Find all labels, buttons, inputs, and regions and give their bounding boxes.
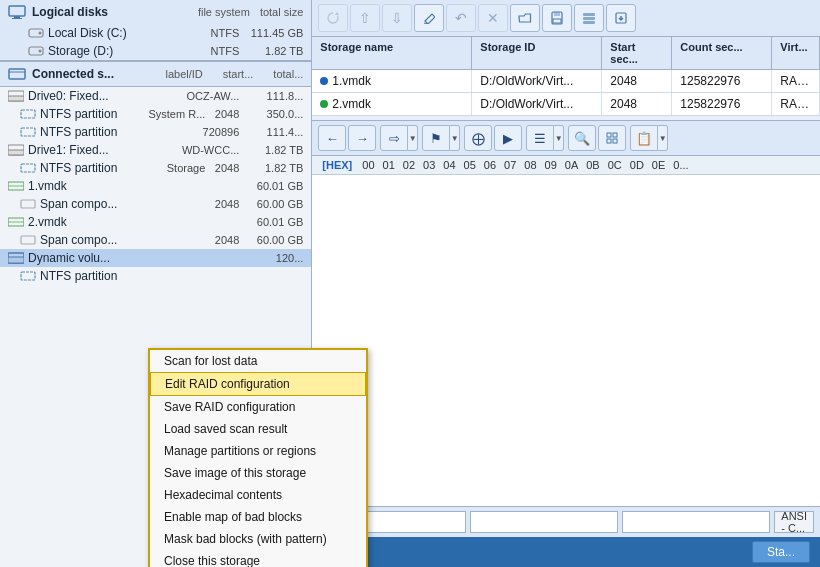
ctx-hex-contents[interactable]: Hexadecimal contents [150, 484, 366, 506]
hex-bookmark-btn-group: ⚑ ▼ [422, 125, 460, 151]
span-icon [20, 198, 36, 210]
vmdk2-size: 60.01 GB [243, 216, 303, 228]
hex-content [312, 175, 820, 506]
ctx-close-storage[interactable]: Close this storage [150, 550, 366, 567]
col-size-header: total size [260, 6, 303, 18]
hex-header: [HEX] 00 01 02 03 04 05 06 07 08 09 0A 0… [312, 156, 820, 175]
monitor-icon [8, 5, 26, 19]
hex-col-0b: 0B [582, 158, 603, 172]
svg-rect-37 [607, 139, 611, 143]
ntfs1-size: 350.0... [243, 108, 303, 120]
row2-virt: RAID alia... [772, 93, 820, 115]
hex-col-08: 08 [520, 158, 540, 172]
svg-rect-14 [8, 150, 24, 155]
row2-start: 2048 [602, 93, 672, 115]
storage-d[interactable]: Storage (D:) NTFS 1.82 TB [0, 42, 311, 60]
row2-dot [320, 100, 328, 108]
hex-list-arrow[interactable]: ▼ [554, 125, 564, 151]
svg-point-4 [39, 32, 42, 35]
status-button[interactable]: Sta... [752, 541, 810, 563]
span-comp-1[interactable]: Span compo... 2048 60.00 GB [0, 195, 311, 213]
ctx-manage-partitions[interactable]: Manage partitions or regions [150, 440, 366, 462]
tb-layers-btn[interactable] [574, 4, 604, 32]
span2-size: 60.00 GB [243, 234, 303, 246]
ntfs-storage-size: 1.82 TB [243, 162, 303, 174]
hex-jump-btn[interactable]: ⇨ [380, 125, 408, 151]
hex-bookmark-arrow[interactable]: ▼ [450, 125, 460, 151]
context-menu: Scan for lost data Edit RAID configurati… [148, 348, 368, 567]
ntfs-storage-label: NTFS partition [40, 161, 141, 175]
ntfs-storage-partition[interactable]: NTFS partition Storage 2048 1.82 TB [0, 159, 311, 177]
hex-list-btn[interactable]: ☰ [526, 125, 554, 151]
tb-cancel-btn[interactable]: ✕ [478, 4, 508, 32]
disk-icon-2 [28, 45, 44, 57]
ntfs-partition-1[interactable]: NTFS partition System R... 2048 350.0... [0, 105, 311, 123]
left-panel: Logical disks file system total size Loc… [0, 0, 312, 567]
svg-rect-30 [583, 13, 595, 16]
hex-col-06: 06 [480, 158, 500, 172]
ctx-mask-bad-blocks[interactable]: Mask bad blocks (with pattern) [150, 528, 366, 550]
tb-edit-btn[interactable] [414, 4, 444, 32]
span-comp-2[interactable]: Span compo... 2048 60.00 GB [0, 231, 311, 249]
drive1-size: 1.82 TB [243, 144, 303, 156]
drive0-sub: OCZ-AW... [179, 90, 239, 102]
hex-jump-arrow[interactable]: ▼ [408, 125, 418, 151]
ctx-scan-lost[interactable]: Scan for lost data [150, 350, 366, 372]
hex-back-btn[interactable]: ← [318, 125, 346, 151]
hex-toolbar: ← → ⇨ ▼ ⚑ ▼ ⨁ ▶ ☰ ▼ 🔍 📋 ▼ [312, 120, 820, 156]
ctx-save-raid[interactable]: Save RAID configuration [150, 396, 366, 418]
hex-goto-btn[interactable]: ⨁ [464, 125, 492, 151]
vmdk-2[interactable]: 2.vmdk 60.01 GB [0, 213, 311, 231]
table-header: Storage name Storage ID Start sec... Cou… [312, 37, 820, 70]
svg-rect-36 [613, 133, 617, 137]
ntfs-storage-start: 2048 [209, 162, 239, 174]
svg-rect-32 [583, 21, 595, 24]
tb-refresh-btn[interactable] [318, 4, 348, 32]
drive0-fixed[interactable]: Drive0: Fixed... OCZ-AW... 111.8... [0, 87, 311, 105]
ntfs-partition-2[interactable]: NTFS partition 720896 111.4... [0, 123, 311, 141]
local-disk-c[interactable]: Local Disk (C:) NTFS 111.45 GB [0, 24, 311, 42]
span1-start: 2048 [209, 198, 239, 210]
tb-save-btn[interactable] [542, 4, 572, 32]
dynamic-size: 120... [243, 252, 303, 264]
bottom-input-3[interactable] [622, 511, 770, 533]
tb-export-btn[interactable] [606, 4, 636, 32]
hex-play-btn[interactable]: ▶ [494, 125, 522, 151]
table-row-2[interactable]: 2.vmdk D:/OldWork/Virt... 2048 125822976… [312, 93, 820, 116]
hex-search-btn[interactable]: 🔍 [568, 125, 596, 151]
ctx-edit-raid[interactable]: Edit RAID configuration [150, 372, 366, 396]
svg-rect-18 [21, 200, 35, 208]
svg-rect-7 [9, 69, 25, 79]
bottom-input-2[interactable] [470, 511, 618, 533]
hex-col-0e: 0E [648, 158, 669, 172]
ntfs-dynamic-partition[interactable]: NTFS partition [0, 267, 311, 285]
svg-rect-1 [14, 16, 20, 18]
table-row-1[interactable]: 1.vmdk D:/OldWork/Virt... 2048 125822976… [312, 70, 820, 93]
span2-start: 2048 [209, 234, 239, 246]
dynamic-icon [8, 252, 24, 264]
hex-grid-btn[interactable] [598, 125, 626, 151]
connected-section-header: Connected s... label/ID start... total..… [0, 61, 311, 87]
vmdk-1[interactable]: 1.vmdk 60.01 GB [0, 177, 311, 195]
vmdk-icon [8, 180, 24, 192]
ctx-load-scan[interactable]: Load saved scan result [150, 418, 366, 440]
drive1-fixed[interactable]: Drive1: Fixed... WD-WCC... 1.82 TB [0, 141, 311, 159]
hex-bookmark-btn[interactable]: ⚑ [422, 125, 450, 151]
ctx-enable-bad-blocks[interactable]: Enable map of bad blocks [150, 506, 366, 528]
hex-copy-arrow[interactable]: ▼ [658, 125, 668, 151]
svg-rect-38 [613, 139, 617, 143]
tb-up-btn[interactable]: ⇧ [350, 4, 380, 32]
ntfs2-sub: 720896 [179, 126, 239, 138]
tb-open-btn[interactable] [510, 4, 540, 32]
vmdk1-size: 60.01 GB [243, 180, 303, 192]
tb-down-btn[interactable]: ⇩ [382, 4, 412, 32]
row2-count: 125822976 [672, 93, 772, 115]
connected-icon [8, 67, 26, 81]
top-toolbar: ⇧ ⇩ ↶ ✕ [312, 0, 820, 37]
hex-copy-btn[interactable]: 📋 [630, 125, 658, 151]
tb-undo-btn[interactable]: ↶ [446, 4, 476, 32]
ntfs1-sub: System R... [145, 108, 205, 120]
dynamic-volume[interactable]: Dynamic volu... 120... [0, 249, 311, 267]
hex-fwd-btn[interactable]: → [348, 125, 376, 151]
ctx-save-image[interactable]: Save image of this storage [150, 462, 366, 484]
